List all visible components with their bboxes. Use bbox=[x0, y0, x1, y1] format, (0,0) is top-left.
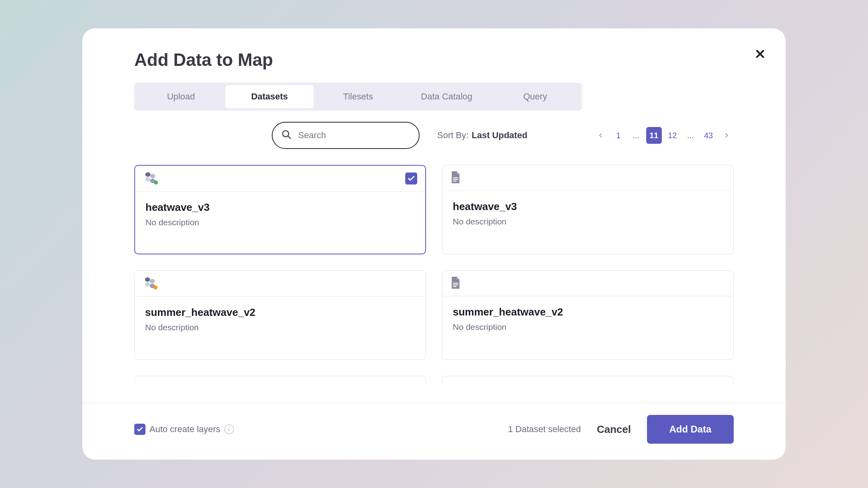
file-icon bbox=[450, 277, 461, 290]
card-title: heatwave_v3 bbox=[145, 201, 415, 214]
dataset-card[interactable]: summer_heatwave_v2No description bbox=[134, 270, 426, 360]
modal-header: Add Data to Map bbox=[82, 28, 786, 70]
cards-grid: heatwave_v3No descriptionheatwave_v3No d… bbox=[134, 165, 734, 360]
card-body: summer_heatwave_v2No description bbox=[442, 296, 733, 341]
controls-row: Sort By: Last Updated 1...1112...43 bbox=[134, 122, 734, 149]
checkbox-checked-icon bbox=[134, 424, 145, 435]
dataset-card[interactable]: heatwave_v3No description bbox=[442, 165, 734, 254]
cancel-button[interactable]: Cancel bbox=[597, 423, 631, 436]
svg-rect-8 bbox=[453, 181, 457, 181]
cards-partial-row bbox=[134, 376, 734, 385]
chevron-right-icon bbox=[723, 132, 730, 139]
page-12[interactable]: 12 bbox=[665, 127, 680, 144]
svg-marker-2 bbox=[150, 174, 155, 179]
svg-rect-7 bbox=[453, 179, 458, 180]
footer-actions: 1 Dataset selected Cancel Add Data bbox=[508, 415, 734, 444]
info-icon[interactable]: i bbox=[224, 425, 234, 434]
svg-rect-16 bbox=[453, 286, 457, 287]
auto-create-layers-toggle[interactable]: Auto create layers i bbox=[134, 424, 234, 435]
page-43[interactable]: 43 bbox=[701, 127, 716, 144]
card-description: No description bbox=[145, 323, 415, 332]
card-description: No description bbox=[145, 218, 415, 227]
card-title: summer_heatwave_v2 bbox=[453, 306, 723, 318]
card-title: heatwave_v3 bbox=[453, 200, 723, 213]
card-description: No description bbox=[453, 217, 723, 226]
card-description: No description bbox=[453, 322, 723, 332]
card-body: heatwave_v3No description bbox=[135, 192, 425, 237]
svg-point-13 bbox=[153, 286, 157, 290]
dataset-card[interactable]: summer_heatwave_v2No description bbox=[442, 270, 734, 360]
svg-point-5 bbox=[154, 181, 158, 184]
chevron-left-icon bbox=[597, 132, 604, 139]
page-11[interactable]: 11 bbox=[646, 127, 661, 144]
card-header bbox=[442, 165, 733, 191]
tab-tilesets[interactable]: Tilesets bbox=[314, 85, 402, 108]
sort-value: Last Updated bbox=[472, 130, 527, 141]
pagination: 1...1112...43 bbox=[593, 127, 734, 144]
svg-rect-6 bbox=[453, 177, 458, 178]
page-ellipsis: ... bbox=[683, 127, 698, 144]
card-partial[interactable] bbox=[134, 376, 426, 385]
search-input[interactable] bbox=[272, 122, 420, 149]
page-ellipsis: ... bbox=[629, 127, 643, 144]
tabs-container: UploadDatasetsTilesetsData CatalogQuery bbox=[134, 83, 582, 111]
selection-count: 1 Dataset selected bbox=[508, 424, 581, 434]
page-next[interactable] bbox=[719, 127, 734, 144]
checkbox-checked-icon bbox=[405, 173, 417, 184]
auto-create-label: Auto create layers bbox=[149, 424, 220, 434]
card-header bbox=[135, 271, 426, 297]
hexbin-icon bbox=[143, 276, 159, 291]
svg-marker-3 bbox=[145, 177, 150, 182]
card-header bbox=[442, 271, 733, 296]
svg-rect-14 bbox=[453, 283, 458, 284]
card-body: summer_heatwave_v2No description bbox=[135, 297, 426, 342]
close-icon bbox=[755, 49, 765, 59]
card-body: heatwave_v3No description bbox=[442, 191, 733, 236]
tab-upload[interactable]: Upload bbox=[137, 85, 225, 108]
search-container bbox=[272, 122, 420, 149]
search-icon bbox=[281, 129, 292, 141]
card-header bbox=[135, 166, 425, 192]
modal-title: Add Data to Map bbox=[134, 50, 734, 70]
hexbin-icon bbox=[143, 171, 160, 186]
add-data-button[interactable]: Add Data bbox=[647, 415, 734, 444]
tab-datasets[interactable]: Datasets bbox=[225, 85, 314, 108]
svg-marker-10 bbox=[150, 279, 155, 284]
sort-label: Sort By: bbox=[437, 130, 468, 141]
card-partial[interactable] bbox=[442, 376, 734, 385]
svg-marker-1 bbox=[145, 172, 150, 177]
sort-by[interactable]: Sort By: Last Updated bbox=[437, 130, 528, 141]
tab-query[interactable]: Query bbox=[491, 85, 579, 108]
svg-marker-9 bbox=[145, 277, 150, 282]
page-1[interactable]: 1 bbox=[611, 127, 625, 144]
card-title: summer_heatwave_v2 bbox=[145, 306, 415, 319]
svg-rect-15 bbox=[453, 284, 458, 285]
dataset-card[interactable]: heatwave_v3No description bbox=[134, 165, 426, 254]
close-button[interactable] bbox=[754, 48, 766, 60]
tab-data-catalog[interactable]: Data Catalog bbox=[402, 85, 491, 108]
add-data-modal: Add Data to Map UploadDatasetsTilesetsDa… bbox=[82, 28, 786, 460]
svg-marker-11 bbox=[145, 282, 150, 287]
page-prev[interactable] bbox=[593, 127, 608, 144]
file-icon bbox=[450, 171, 461, 185]
modal-footer: Auto create layers i 1 Dataset selected … bbox=[82, 403, 786, 460]
